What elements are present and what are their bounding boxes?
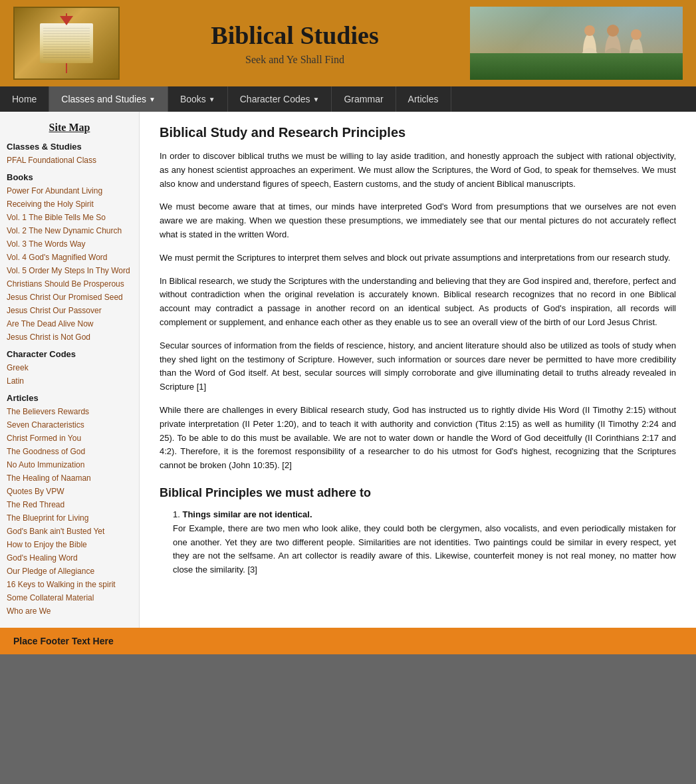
sidebar-link-article-9[interactable]: God's Bank ain't Busted Yet <box>7 525 132 538</box>
nav-articles[interactable]: Articles <box>396 86 451 112</box>
sidebar-link-book-7[interactable]: Christians Should Be Prosperous <box>7 277 132 291</box>
sidebar-link-book-11[interactable]: Jesus Christ is Not God <box>7 330 132 344</box>
svg-point-4 <box>605 33 621 73</box>
header-decorative-image <box>470 7 683 80</box>
svg-point-7 <box>631 29 641 40</box>
sidebar-link-article-0[interactable]: The Believers Rewards <box>7 405 132 418</box>
sidebar-link-book-5[interactable]: Vol. 4 God's Magnified Word <box>7 251 132 264</box>
content-main-heading: Biblical Study and Research Principles <box>160 125 676 140</box>
sidebar-link-article-12[interactable]: Our Pledge of Allegiance <box>7 565 132 578</box>
content-para-0: In order to discover biblical truths we … <box>160 150 676 191</box>
content-para-2: We must permit the Scriptures to interpr… <box>160 251 676 265</box>
content-para-5: While there are challenges in every Bibl… <box>160 404 676 473</box>
sidebar-link-book-1[interactable]: Receiving the Holy Spirit <box>7 197 132 211</box>
chevron-down-icon: ▼ <box>149 96 156 103</box>
nav-home[interactable]: Home <box>0 86 49 112</box>
svg-point-10 <box>627 49 645 70</box>
principle-title: Things similar are not identical. <box>182 509 312 519</box>
sidebar-link-latin[interactable]: Latin <box>7 374 132 388</box>
sidebar-link-book-0[interactable]: Power For Abundant Living <box>7 184 132 197</box>
chevron-down-icon: ▼ <box>313 96 320 103</box>
bible-image <box>13 7 120 80</box>
svg-point-8 <box>580 48 599 72</box>
sidebar-link-article-2[interactable]: Christ Formed in You <box>7 432 132 445</box>
sidebar-link-article-1[interactable]: Seven Characteristics <box>7 418 132 432</box>
header-scene-svg <box>470 7 683 80</box>
chevron-down-icon: ▼ <box>209 96 215 103</box>
sidebar-link-book-10[interactable]: Are The Dead Alive Now <box>7 317 132 330</box>
sidebar-link-article-10[interactable]: How to Enjoy the Bible <box>7 538 132 551</box>
sidebar-link-article-5[interactable]: The Healing of Naaman <box>7 471 132 485</box>
sidebar: Site Map Classes & Studies PFAL Foundati… <box>0 112 140 628</box>
sidebar-link-article-14[interactable]: Some Collateral Material <box>7 591 132 604</box>
sidebar-link-book-9[interactable]: Jesus Christ Our Passover <box>7 304 132 317</box>
content-para-4: Secular sources of information from the … <box>160 339 676 394</box>
sidebar-link-article-6[interactable]: Quotes By VPW <box>7 485 132 498</box>
main-navbar: Home Classes and Studies ▼ Books ▼ Chara… <box>0 86 696 112</box>
svg-rect-1 <box>470 53 683 80</box>
nav-classes-studies[interactable]: Classes and Studies ▼ <box>49 86 168 112</box>
sitemap-title: Site Map <box>7 122 132 134</box>
header-title-block: Biblical Studies Seek and Ye Shall Find <box>120 21 470 66</box>
sidebar-link-pfal[interactable]: PFAL Foundational Class <box>7 154 132 167</box>
principles-list: 1. Things similar are not identical. For… <box>173 508 676 577</box>
footer-text: Place Footer Text Here <box>13 636 114 646</box>
sidebar-link-book-6[interactable]: Vol. 5 Order My Steps In Thy Word <box>7 264 132 277</box>
sidebar-link-book-4[interactable]: Vol. 3 The Words Way <box>7 237 132 251</box>
page-footer: Place Footer Text Here <box>0 628 696 654</box>
content-principles-heading: Biblical Principles we must adhere to <box>160 486 676 500</box>
sidebar-link-greek[interactable]: Greek <box>7 361 132 374</box>
main-content: Biblical Study and Research Principles I… <box>140 112 696 628</box>
sidebar-link-article-13[interactable]: 16 Keys to Walking in the spirit <box>7 578 132 591</box>
sidebar-link-book-3[interactable]: Vol. 2 The New Dynamic Church <box>7 224 132 237</box>
principle-item-0: 1. Things similar are not identical. For… <box>173 508 676 577</box>
sidebar-section-classes: Classes & Studies <box>7 142 132 152</box>
sidebar-link-article-3[interactable]: The Goodness of God <box>7 445 132 458</box>
content-para-3: In Biblical research, we study the Scrip… <box>160 275 676 330</box>
sidebar-link-article-15[interactable]: Who are We <box>7 604 132 618</box>
site-subtitle: Seek and Ye Shall Find <box>133 54 457 66</box>
svg-rect-0 <box>470 7 683 80</box>
svg-point-6 <box>630 37 643 72</box>
sidebar-link-article-4[interactable]: No Auto Immunization <box>7 458 132 471</box>
sidebar-link-book-2[interactable]: Vol. 1 The Bible Tells Me So <box>7 211 132 224</box>
sidebar-link-book-8[interactable]: Jesus Christ Our Promised Seed <box>7 291 132 304</box>
svg-point-3 <box>584 25 595 36</box>
site-title: Biblical Studies <box>133 21 457 50</box>
nav-character-codes[interactable]: Character Codes ▼ <box>228 86 332 112</box>
sidebar-section-articles: Articles <box>7 393 132 403</box>
bible-book-icon <box>40 23 93 63</box>
principle-number: 1. <box>173 509 180 519</box>
page-header: Biblical Studies Seek and Ye Shall Find <box>0 0 696 86</box>
sidebar-section-charcodes: Character Codes <box>7 349 132 359</box>
nav-books[interactable]: Books ▼ <box>168 86 228 112</box>
sidebar-link-article-7[interactable]: The Red Thread <box>7 498 132 511</box>
main-layout: Site Map Classes & Studies PFAL Foundati… <box>0 112 696 628</box>
svg-point-9 <box>602 48 624 74</box>
sidebar-section-books: Books <box>7 172 132 182</box>
content-para-1: We must become aware that at times, our … <box>160 200 676 241</box>
sidebar-link-article-11[interactable]: God's Healing Word <box>7 551 132 565</box>
svg-point-5 <box>607 25 619 37</box>
nav-grammar[interactable]: Grammar <box>332 86 396 112</box>
principle-body: For Example, there are two men who look … <box>173 523 676 575</box>
sidebar-link-article-8[interactable]: The Blueprint for Living <box>7 511 132 525</box>
